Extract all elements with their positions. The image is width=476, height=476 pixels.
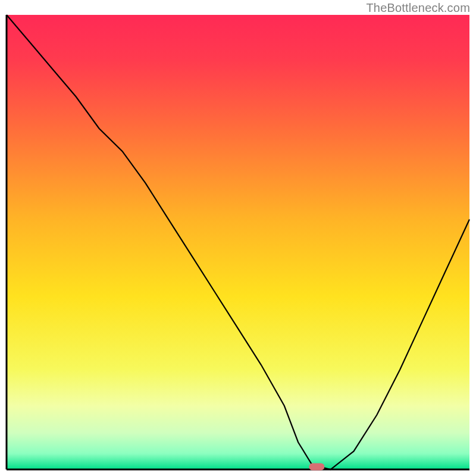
chart-plot-area [7, 15, 469, 469]
watermark-text: TheBottleneck.com [366, 1, 470, 15]
background-rect [7, 15, 469, 469]
chart-svg [7, 15, 469, 469]
optimal-marker [309, 463, 324, 470]
